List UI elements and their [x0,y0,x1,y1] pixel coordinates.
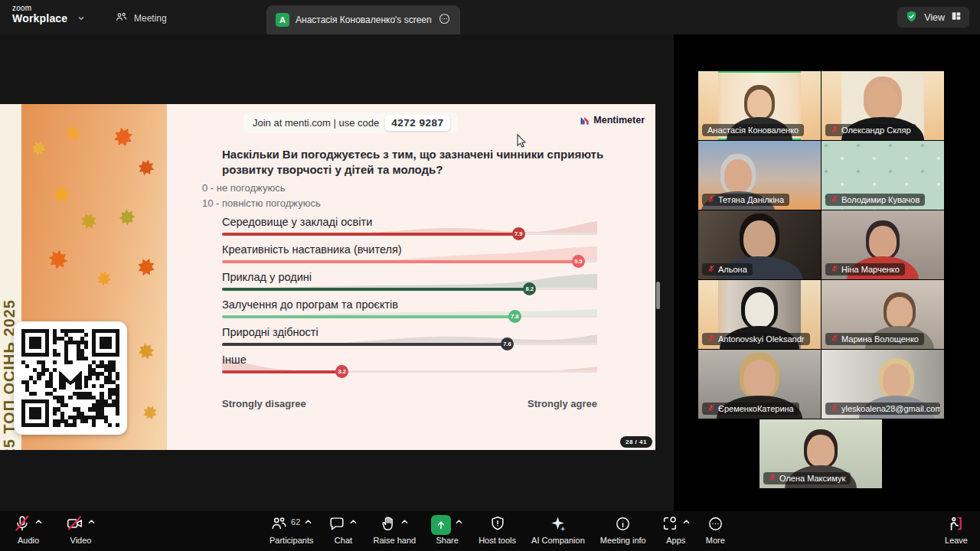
toolbar-button-label: Raise hand [373,536,416,545]
toolbar-button-label: More [706,536,725,545]
toolbar-button-label: Meeting info [600,536,646,545]
poll-results: Середовище у закладі освіти 7.9 Креативн… [222,214,597,380]
toolbar-button-label: Video [70,536,92,545]
logo-workplace-text: Workplace [12,13,67,24]
share-screen-icon [431,515,451,535]
tab-shared-screen-label: Анастасія Коноваленко's screen [296,15,432,25]
mentimeter-logo: Mentimeter [580,115,645,126]
meeting-info-button[interactable]: Meeting info [600,511,646,551]
participant-tile[interactable]: Олена Максимук [760,419,882,488]
chart-value-badge: 7.6 [501,337,514,350]
chevron-up-icon[interactable] [87,514,96,528]
chart-row-label: Природні здібності [222,326,318,338]
leaf-icon [76,208,103,235]
participant-tile[interactable]: Альона [698,210,821,279]
participant-name: Альона [718,265,747,274]
zoom-title-bar: zoom Workplace Meeting A Анастасія Конов… [0,0,980,34]
participant-name: Анастасія Коноваленко [707,126,799,135]
chevron-up-icon[interactable] [304,514,312,528]
toolbar-button-label: AI Companion [531,536,585,545]
participant-tile[interactable]: Анастасія Коноваленко [698,71,821,140]
share-icon [431,515,451,535]
chat-icon [328,515,345,535]
raise-hand-button[interactable]: Raise hand [373,511,416,551]
muted-mic-icon [831,334,838,344]
chart-row-label: Креативність наставника (вчителя) [222,243,402,256]
toolbar-button-label: Audio [18,536,39,545]
participants-icon [270,515,287,535]
participant-name: Ніна Марченко [841,265,900,274]
toolbar-button-label: Participants [270,536,313,545]
muted-mic-icon [707,195,715,204]
muted-mic-icon [831,265,838,274]
chevron-down-icon[interactable] [77,12,86,26]
chevron-up-icon[interactable] [400,514,409,528]
participant-tile[interactable]: Тетяна Данілкіна [698,141,821,210]
participant-name: ЄременкоКатерина [718,404,794,413]
chart-row-track: 7.8 [222,312,597,320]
slide-content: Join at menti.com | use code 4272 9287 M… [167,104,655,450]
tab-shared-screen[interactable]: A Анастасія Коноваленко's screen [266,5,460,34]
leave-button[interactable]: Leave [945,511,968,551]
chart-value-badge: 3.2 [335,365,348,378]
scrollbar-thumb[interactable] [656,282,660,309]
footer-right-label: Strongly agree [444,398,597,409]
join-code: 4272 9287 [385,115,449,131]
poll-title: Наскільки Ви погоджуєтесь з тим, що зазн… [222,147,611,178]
participant-tile[interactable]: Марина Волощенко [822,280,944,349]
participant-tile[interactable]: Ніна Марченко [822,210,944,279]
chart-row: Середовище у закладі освіти 7.9 [222,214,597,242]
shared-screen-stage: 2025 ТОП ОСІНЬ 2025 [0,34,674,511]
chart-row-label: Приклад у родині [222,271,312,283]
leaf-icon [28,138,51,160]
leaf-icon [113,204,142,232]
security-shield-icon [905,10,918,25]
chevron-up-icon[interactable] [455,514,463,528]
ai-companion-icon [549,515,567,536]
tab-meeting[interactable]: Meeting [109,8,173,29]
footer-left-label: Strongly disagree [222,398,306,409]
chart-row-track: 7.9 [222,230,597,237]
participant-tile[interactable]: Володимир Кувачов [822,141,944,210]
chart-row-label: Залучення до програм та проєктів [222,298,398,311]
participant-count: 62 [291,517,300,527]
participant-tile[interactable]: Antonovskyi Oleksandr [698,280,821,349]
leaf-icon [132,154,160,181]
audio-button[interactable]: Audio [14,511,43,551]
video-button[interactable]: Video [66,511,96,551]
leaf-icon [135,340,158,363]
more-button[interactable]: More [706,511,725,551]
mentimeter-logo-text: Mentimeter [593,115,645,126]
participant-tile[interactable]: yleskoalena28@gmail.com [822,350,944,419]
chat-button[interactable]: Chat [328,511,358,551]
chart-row: Креативність наставника (вчителя) 9.5 [222,242,597,269]
participant-name: Олександр Скляр [841,126,911,135]
participant-name: Antonovskyi Oleksandr [718,334,805,344]
host-tools-button[interactable]: Host tools [479,511,516,551]
chevron-up-icon[interactable] [34,514,43,528]
participant-tile[interactable]: Олександр Скляр [822,71,944,140]
ai-companion-button[interactable]: AI Companion [531,511,585,551]
toolbar-button-label: Host tools [479,536,516,545]
density-area [222,355,597,372]
share-button[interactable]: Share [431,511,463,551]
participant-name: Марина Волощенко [841,334,919,344]
chart-value-badge: 9.5 [572,255,585,268]
ellipsis-circle-icon[interactable] [438,12,451,28]
toolbar-button-label: Share [436,536,458,545]
leaf-icon [132,253,161,282]
apps-icon [662,515,678,535]
chart-row-label: Середовище у закладі освіти [222,216,372,228]
participant-tile[interactable]: ЄременкоКатерина [698,350,821,419]
participant-name: yleskoalena28@gmail.com [841,404,940,413]
view-grid-icon [951,11,962,24]
chart-value-badge: 7.8 [508,310,521,323]
tab-meeting-label: Meeting [134,13,167,24]
chevron-up-icon[interactable] [349,514,358,528]
participants-button[interactable]: 62 Participants [270,511,313,551]
apps-button[interactable]: Apps [662,511,691,551]
meeting-info-icon [615,516,631,535]
view-button[interactable]: View [897,7,969,28]
chevron-up-icon[interactable] [682,514,691,528]
leaf-icon [51,183,74,206]
